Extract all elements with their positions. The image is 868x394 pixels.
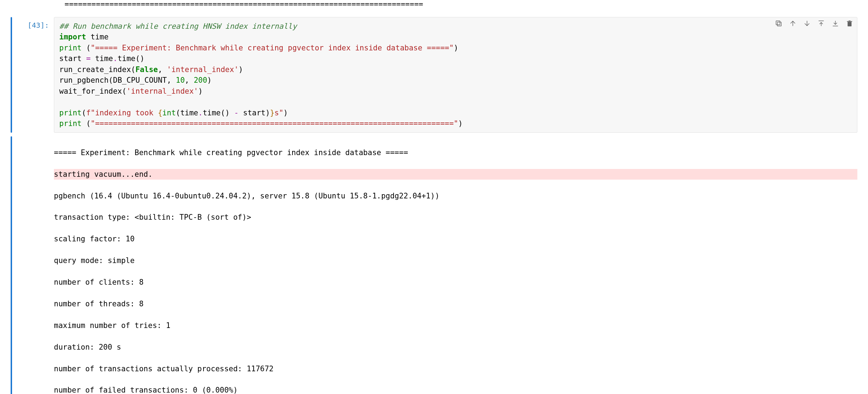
stderr-line: starting vacuum...end. xyxy=(54,169,857,180)
section-divider: ========================================… xyxy=(65,0,857,17)
delete-cell-icon[interactable] xyxy=(846,20,853,27)
output-prompt-spacer xyxy=(15,136,54,394)
svg-rect-0 xyxy=(777,22,781,26)
stdout-line: pgbench (16.4 (Ubuntu 16.4-0ubuntu0.24.0… xyxy=(54,191,857,201)
stdout-line: scaling factor: 10 xyxy=(54,234,857,244)
stdout-line: transaction type: <builtin: TPC-B (sort … xyxy=(54,212,857,223)
output-run-indicator xyxy=(11,136,12,394)
cell-run-indicator xyxy=(11,17,12,133)
insert-below-icon[interactable] xyxy=(831,20,839,27)
stdout-line: number of clients: 8 xyxy=(54,277,857,288)
duplicate-cell-icon[interactable] xyxy=(775,20,783,27)
move-up-icon[interactable] xyxy=(789,20,797,27)
code-editor[interactable]: ## Run benchmark while creating HNSW ind… xyxy=(59,21,852,129)
svg-rect-1 xyxy=(776,21,780,25)
stdout-line: number of failed transactions: 0 (0.000%… xyxy=(54,385,857,394)
stdout-line: number of threads: 8 xyxy=(54,299,857,309)
notebook: ========================================… xyxy=(0,0,868,394)
move-down-icon[interactable] xyxy=(803,20,811,27)
cell-toolbar xyxy=(775,20,853,27)
stdout-line: number of transactions actually processe… xyxy=(54,363,857,374)
stdout-line: maximum number of tries: 1 xyxy=(54,320,857,331)
code-cell[interactable]: ## Run benchmark while creating HNSW ind… xyxy=(54,17,857,133)
stdout-line: duration: 200 s xyxy=(54,342,857,352)
cell-output: ===== Experiment: Benchmark while creati… xyxy=(54,136,857,394)
output-cell-wrap: ===== Experiment: Benchmark while creati… xyxy=(11,136,857,394)
input-prompt: [43]: xyxy=(15,17,54,133)
code-cell-wrap: [43]: xyxy=(11,17,857,133)
stdout-line: query mode: simple xyxy=(54,255,857,266)
insert-above-icon[interactable] xyxy=(817,20,825,27)
stdout-line: ===== Experiment: Benchmark while creati… xyxy=(54,147,857,158)
